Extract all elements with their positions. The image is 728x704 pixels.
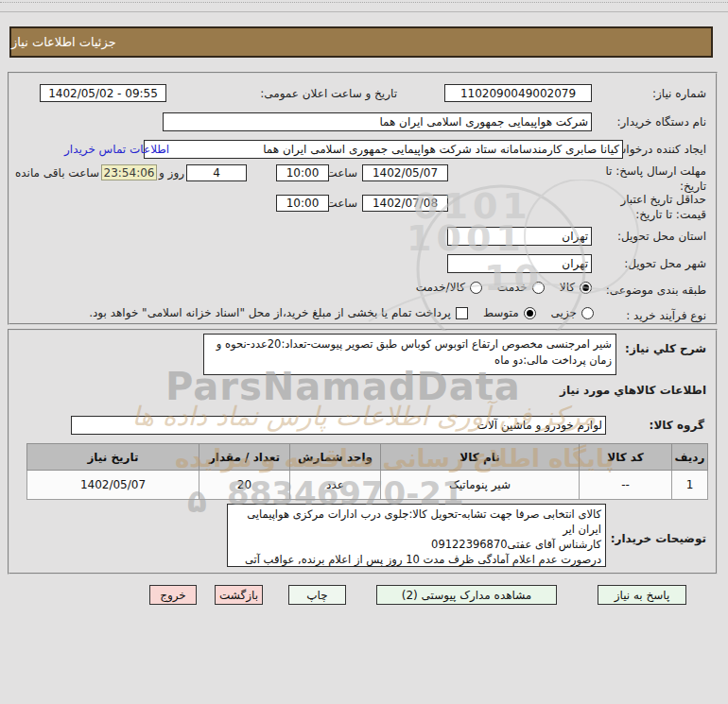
goods-group-field[interactable]: لوازم خودرو و ماشین آلات xyxy=(71,416,606,435)
deadline-hour-label: ساعت xyxy=(326,166,357,180)
page-title: جزئیات اطلاعات نیاز xyxy=(9,26,713,58)
process-option-medium[interactable]: متوسط xyxy=(483,306,536,319)
validity-time-field[interactable]: 10:00 xyxy=(276,195,329,212)
radio-goods-label: کالا xyxy=(560,281,575,294)
top-dotted-divider xyxy=(0,2,728,3)
col-goods-name: نام کالا xyxy=(381,444,580,471)
comments-line: درصورت عدم اعلام آمادگی ظرف مدت 10 روز پ… xyxy=(232,552,601,567)
buyer-comments-label: توضیحات خریدار: xyxy=(611,532,706,545)
validity-hour-label: ساعت xyxy=(326,197,357,210)
goods-table-row: 1 -- شیر پنوماتیک عدد 20 1402/05/07 xyxy=(27,471,708,500)
comments-line: کالای انتخابی صرفا جهت تشابه-تحویل کالا:… xyxy=(232,507,601,537)
cell-row-number: 1 xyxy=(672,471,708,500)
process-type-options: جزیی متوسط پرداخت تمام یا بخشی از مبلغ خ… xyxy=(55,306,594,319)
goods-table: ردیف کد کالا نام کالا واحد شمارش تعداد /… xyxy=(26,443,708,500)
radio-medium[interactable] xyxy=(524,307,536,319)
back-button[interactable]: بازگشت xyxy=(215,585,263,605)
radio-service-label: خدمت xyxy=(497,281,528,294)
view-attached-docs-button[interactable]: مشاهده مدارک پیوستی (2) xyxy=(376,585,557,605)
radio-partial[interactable] xyxy=(581,307,594,319)
goods-group-label: گروه کالا: xyxy=(650,419,704,432)
validity-label: حداقل تاریخ اعتبار قیمت: تا تاریخ: xyxy=(595,192,706,222)
radio-medium-label: متوسط xyxy=(483,306,519,319)
process-option-partial[interactable]: جزیی xyxy=(551,306,594,319)
hours-remaining-label: ساعت باقی مانده xyxy=(15,166,99,180)
validity-date-field[interactable]: 1402/07/08 xyxy=(362,195,448,212)
announce-datetime-label: تاریخ و ساعت اعلان عمومی: xyxy=(260,87,397,100)
cell-goods-name: شیر پنوماتیک xyxy=(381,471,580,500)
days-and-label: روز و xyxy=(159,166,184,180)
cell-count-unit: عدد xyxy=(290,471,381,500)
need-details-page: جزئیات اطلاعات نیاز شماره نیاز: 11020900… xyxy=(0,0,728,704)
col-need-date: تاریخ نیاز xyxy=(27,444,199,471)
cell-goods-code: -- xyxy=(580,471,672,500)
classification-option-goods[interactable]: کالا xyxy=(560,281,592,294)
comments-line: کارشناس آقای عفتی09122396870 xyxy=(232,537,601,552)
general-description-label: شرح کلي نیاز: xyxy=(625,342,706,355)
classification-option-goods-service[interactable]: کالا/خدمت xyxy=(416,281,482,294)
print-button[interactable]: چاپ xyxy=(288,585,346,605)
col-goods-code: کد کالا xyxy=(580,444,672,471)
treasury-checkbox[interactable] xyxy=(456,307,468,319)
buyer-org-label: نام دستگاه خریدار: xyxy=(617,115,707,129)
province-label: استان محل تحویل: xyxy=(617,230,706,243)
radio-partial-label: جزیی xyxy=(551,306,577,319)
col-row-number: ردیف xyxy=(672,444,708,471)
radio-goods-service-label: کالا/خدمت xyxy=(416,281,465,294)
general-description-field[interactable]: شیر امرجنسی مخصوص ارتفاع اتوبوس کوباس طب… xyxy=(203,334,616,375)
cell-need-date: 1402/05/07 xyxy=(27,471,199,500)
radio-goods-service[interactable] xyxy=(470,282,482,294)
exit-button[interactable]: خروج xyxy=(149,585,197,605)
col-quantity: تعداد / مقدار xyxy=(199,444,290,471)
need-number-field[interactable]: 1102090049002079 xyxy=(444,84,592,102)
province-field[interactable]: تهران xyxy=(447,227,592,246)
radio-service[interactable] xyxy=(532,282,545,294)
deadline-label: مهلت ارسال پاسخ: تا تاریخ: xyxy=(600,163,706,194)
cell-quantity: 20 xyxy=(199,471,290,500)
announce-datetime-field[interactable]: 1402/05/02 - 09:55 xyxy=(40,84,166,102)
need-number-label: شماره نیاز: xyxy=(652,87,706,100)
buyer-comments-field[interactable]: کالای انتخابی صرفا جهت تشابه-تحویل کالا:… xyxy=(227,504,606,567)
required-goods-header: اطلاعات کالاهاي مورد نیاز xyxy=(560,384,706,397)
treasury-payment-option[interactable]: پرداخت تمام یا بخشی از مبلغ خرید،از محل … xyxy=(89,306,468,319)
creator-field[interactable]: کیانا صابری کارمندسامانه ستاد شرکت هواپی… xyxy=(144,140,623,159)
radio-goods[interactable] xyxy=(580,282,592,294)
city-field[interactable]: تهران xyxy=(447,254,592,273)
city-label: شهر محل تحویل: xyxy=(624,257,706,270)
countdown-timer: 23:54:06 xyxy=(101,164,157,180)
top-solid-divider xyxy=(0,11,728,12)
classification-options: کالا خدمت کالا/خدمت xyxy=(362,281,592,294)
respond-to-need-button[interactable]: پاسخ به نیاز xyxy=(598,585,686,605)
days-remaining-field[interactable]: 4 xyxy=(186,164,247,181)
treasury-checkbox-label: پرداخت تمام یا بخشی از مبلغ خرید،از محل … xyxy=(89,306,451,319)
classification-label: طبقه بندی موضوعی: xyxy=(606,283,706,297)
buyer-contact-link[interactable]: اطلاعات تماس خریدار xyxy=(64,143,169,156)
goods-table-header-row: ردیف کد کالا نام کالا واحد شمارش تعداد /… xyxy=(27,444,708,471)
process-type-label: نوع فرآیند خرید : xyxy=(626,309,706,322)
buyer-org-field[interactable]: شرکت هواپیمایی جمهوری اسلامی ایران هما xyxy=(163,112,592,131)
classification-option-service[interactable]: خدمت xyxy=(497,281,545,294)
deadline-date-field[interactable]: 1402/05/07 xyxy=(362,164,448,181)
col-count-unit: واحد شمارش xyxy=(290,444,381,471)
deadline-time-field[interactable]: 10:00 xyxy=(276,164,329,181)
